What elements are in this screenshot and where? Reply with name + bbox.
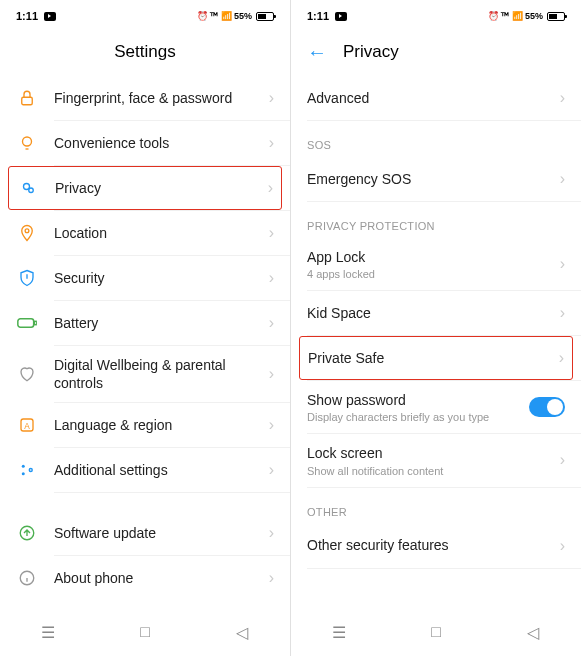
- page-title: Settings: [114, 42, 175, 62]
- privacy-item-show-password[interactable]: Show password Display characters briefly…: [299, 381, 573, 433]
- settings-item-update[interactable]: Software update ›: [0, 511, 290, 555]
- svg-point-3: [29, 188, 34, 193]
- settings-item-convenience[interactable]: Convenience tools ›: [0, 121, 290, 165]
- svg-rect-5: [18, 319, 34, 327]
- settings-item-battery[interactable]: Battery ›: [0, 301, 290, 345]
- heart-icon: [16, 363, 38, 385]
- chevron-right-icon: ›: [560, 304, 565, 322]
- settings-screen: 1:11 ⏰ ᵀᴹ 📶 55% Settings Fingerprint, fa…: [0, 0, 290, 656]
- update-icon: [16, 522, 38, 544]
- dots-icon: [16, 459, 38, 481]
- battery-pct: 55%: [525, 11, 543, 21]
- settings-item-fingerprint[interactable]: Fingerprint, face & password ›: [0, 76, 290, 120]
- chevron-right-icon: ›: [560, 255, 565, 273]
- chevron-right-icon: ›: [269, 365, 274, 383]
- status-indicators: ⏰ ᵀᴹ 📶: [488, 11, 523, 21]
- privacy-screen: 1:11 ⏰ ᵀᴹ 📶 55% ← Privacy Advanced › SOS…: [291, 0, 581, 656]
- chevron-right-icon: ›: [269, 89, 274, 107]
- chevron-right-icon: ›: [560, 537, 565, 555]
- youtube-icon: [44, 12, 56, 21]
- battery-row-icon: [16, 312, 38, 334]
- privacy-item-other-security[interactable]: Other security features ›: [299, 524, 573, 568]
- nav-bar: ☰ □ ◁: [291, 608, 581, 656]
- show-password-toggle[interactable]: [529, 397, 565, 417]
- settings-item-location[interactable]: Location ›: [0, 211, 290, 255]
- privacy-item-kid-space[interactable]: Kid Space ›: [299, 291, 573, 335]
- settings-item-additional[interactable]: Additional settings ›: [0, 448, 290, 492]
- battery-pct: 55%: [234, 11, 252, 21]
- svg-point-9: [22, 465, 25, 468]
- nav-recent-icon[interactable]: ☰: [39, 623, 57, 641]
- svg-point-11: [29, 469, 32, 472]
- nav-home-icon[interactable]: □: [136, 623, 154, 641]
- settings-item-privacy[interactable]: Privacy ›: [8, 166, 282, 210]
- status-indicators: ⏰ ᵀᴹ 📶: [197, 11, 232, 21]
- section-header-sos: SOS: [291, 121, 581, 157]
- settings-item-language[interactable]: A Language & region ›: [0, 403, 290, 447]
- privacy-item-lock-screen[interactable]: Lock screen Show all notification conten…: [299, 434, 573, 486]
- chevron-right-icon: ›: [269, 224, 274, 242]
- section-header-other: OTHER: [291, 488, 581, 524]
- settings-item-security[interactable]: Security ›: [0, 256, 290, 300]
- chevron-right-icon: ›: [559, 349, 564, 367]
- chevron-right-icon: ›: [269, 314, 274, 332]
- chevron-right-icon: ›: [560, 89, 565, 107]
- settings-item-wellbeing[interactable]: Digital Wellbeing & parental controls ›: [0, 346, 290, 402]
- svg-text:A: A: [24, 422, 30, 431]
- header: ← Privacy: [291, 28, 581, 76]
- settings-list[interactable]: Fingerprint, face & password › Convenien…: [0, 76, 290, 606]
- section-header-privacy-protection: PRIVACY PROTECTION: [291, 202, 581, 238]
- status-bar: 1:11 ⏰ ᵀᴹ 📶 55%: [0, 0, 290, 28]
- chevron-right-icon: ›: [560, 170, 565, 188]
- settings-item-about[interactable]: About phone ›: [0, 556, 290, 600]
- chevron-right-icon: ›: [269, 416, 274, 434]
- privacy-item-advanced[interactable]: Advanced ›: [299, 76, 573, 120]
- bulb-icon: [16, 132, 38, 154]
- svg-point-4: [25, 229, 29, 233]
- nav-back-icon[interactable]: ◁: [233, 623, 251, 641]
- nav-home-icon[interactable]: □: [427, 623, 445, 641]
- status-time: 1:11: [307, 10, 329, 22]
- location-icon: [16, 222, 38, 244]
- nav-bar: ☰ □ ◁: [0, 608, 290, 656]
- privacy-item-emergency-sos[interactable]: Emergency SOS ›: [299, 157, 573, 201]
- chevron-right-icon: ›: [268, 179, 273, 197]
- privacy-item-app-lock[interactable]: App Lock 4 apps locked ›: [299, 238, 573, 290]
- privacy-icon: [17, 177, 39, 199]
- status-bar: 1:11 ⏰ ᵀᴹ 📶 55%: [291, 0, 581, 28]
- privacy-list[interactable]: Advanced › SOS Emergency SOS › PRIVACY P…: [291, 76, 581, 606]
- svg-rect-0: [22, 97, 33, 105]
- language-icon: A: [16, 414, 38, 436]
- svg-point-10: [22, 473, 25, 476]
- chevron-right-icon: ›: [560, 451, 565, 469]
- chevron-right-icon: ›: [269, 524, 274, 542]
- svg-point-1: [23, 137, 32, 146]
- svg-rect-6: [35, 321, 37, 324]
- nav-recent-icon[interactable]: ☰: [330, 623, 348, 641]
- lock-icon: [16, 87, 38, 109]
- chevron-right-icon: ›: [269, 269, 274, 287]
- status-time: 1:11: [16, 10, 38, 22]
- chevron-right-icon: ›: [269, 134, 274, 152]
- back-arrow-icon[interactable]: ←: [307, 41, 327, 64]
- header: Settings: [0, 28, 290, 76]
- page-title: Privacy: [343, 42, 399, 62]
- nav-back-icon[interactable]: ◁: [524, 623, 542, 641]
- privacy-item-private-safe[interactable]: Private Safe ›: [299, 336, 573, 380]
- youtube-icon: [335, 12, 347, 21]
- chevron-right-icon: ›: [269, 461, 274, 479]
- battery-status-icon: [256, 12, 274, 21]
- battery-status-icon: [547, 12, 565, 21]
- shield-icon: [16, 267, 38, 289]
- info-icon: [16, 567, 38, 589]
- chevron-right-icon: ›: [269, 569, 274, 587]
